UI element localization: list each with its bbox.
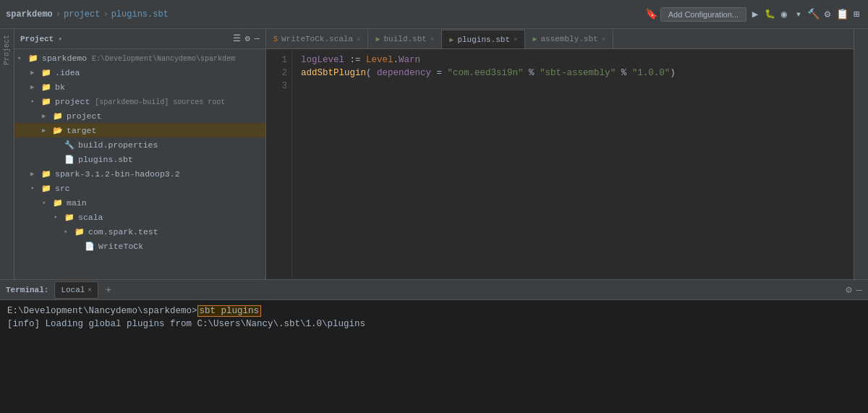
target-name: target (67, 126, 96, 135)
src-name: src (55, 184, 70, 193)
tree-package[interactable]: ▾ 📁 com.spark.test (14, 224, 265, 239)
idea-folder-icon: 📁 (41, 67, 52, 78)
code-line-2: addSbtPlugin( dependency = "com.eed3si9n… (301, 67, 854, 80)
wock-icon: 📄 (84, 240, 95, 252)
tree-scala[interactable]: ▾ 📁 scala (14, 210, 265, 224)
breadcrumb-project[interactable]: sparkdemo (6, 9, 53, 20)
terminal-gear-icon[interactable]: ⚙ (846, 284, 851, 296)
terminal-prompt: E:\Development\Nancydemo\sparkdemo> (7, 306, 197, 316)
psbt-icon: 📄 (64, 153, 75, 165)
breadcrumb-sep2: › (103, 9, 108, 20)
tree-src[interactable]: ▾ 📁 src (14, 181, 265, 195)
tree-target[interactable]: ▶ 📂 target (14, 123, 265, 137)
bk-name: bk (55, 82, 65, 92)
bp-icon: 🔧 (64, 139, 75, 150)
tab-writeock[interactable]: S WriteToCk.scala ✕ (266, 30, 368, 48)
add-configuration-button[interactable]: Add Configuration... (660, 7, 746, 22)
right-sidebar (854, 29, 868, 279)
tree-root[interactable]: ▾ 📁 sparkdemo E:\Development\Nancydemo\s… (14, 51, 265, 65)
pkg-arrow: ▾ (64, 228, 74, 236)
breadcrumb: sparkdemo › project › plugins.sbt (6, 9, 169, 20)
idea-arrow: ▶ (30, 69, 41, 77)
pluginssbt-tab-icon: ▶ (449, 35, 454, 44)
build-button[interactable]: 🔨 (807, 9, 819, 20)
project-panel-title: Project (20, 35, 54, 43)
assemblysbt-tab-label: assembly.sbt (540, 35, 597, 43)
terminal-output: [info] Loading global plugins from C:\Us… (7, 319, 365, 329)
terminal-local-tab[interactable]: Local ✕ (54, 281, 98, 299)
writeock-tab-close[interactable]: ✕ (357, 35, 360, 43)
terminal-tab-name: Local (61, 286, 85, 294)
top-bar: sparkdemo › project › plugins.sbt 🔖 Add … (0, 0, 868, 29)
bk-arrow: ▶ (30, 83, 41, 91)
pkg-name: com.spark.test (88, 227, 158, 237)
terminal-area: Terminal: Local ✕ + ⚙ — E:\Development\N… (0, 279, 868, 413)
line-num-1: 1 (266, 54, 287, 67)
tab-assemblysbt[interactable]: ▶ assembly.sbt ✕ (525, 30, 613, 48)
pluginssbt-tab-label: plugins.sbt (457, 35, 510, 44)
layout-button[interactable]: ⊞ (851, 9, 862, 20)
debug-button[interactable]: 🐛 (764, 9, 775, 20)
add-terminal-button[interactable]: + (101, 283, 116, 297)
line-num-3: 3 (266, 80, 287, 93)
project-panel: Project ▾ ☰ ⚙ — ▾ 📁 sparkdemo E:\Develop… (14, 29, 266, 279)
tree-bk[interactable]: ▶ 📁 bk (14, 80, 265, 94)
caret-icon: ▾ (58, 35, 62, 43)
spark-name: spark-3.1.2-bin-hadoop3.2 (55, 169, 180, 179)
line-numbers: 1 2 3 (266, 49, 292, 279)
wock-name: WriteToCk (98, 242, 143, 251)
code-editor[interactable]: 1 2 3 logLevel := Level.Warn addSbtPlugi… (266, 49, 854, 279)
main-arrow: ▾ (42, 199, 52, 207)
scope-icon[interactable]: ☰ (233, 33, 241, 44)
project-sub-arrow: ▶ (42, 112, 52, 120)
vcs-button[interactable]: 📋 (836, 9, 848, 20)
tree-project-sub[interactable]: ▶ 📁 project (14, 108, 265, 123)
tree-spark[interactable]: ▶ 📁 spark-3.1.2-bin-hadoop3.2 (14, 166, 265, 181)
buildsbt-tab-close[interactable]: ✕ (430, 35, 434, 43)
scala-arrow: ▾ (54, 213, 64, 221)
src-folder-icon: 📁 (41, 182, 52, 194)
editor-tabs: S WriteToCk.scala ✕ ▶ build.sbt ✕ ▶ plug… (266, 29, 854, 49)
run-with-coverage-button[interactable]: ◉ (778, 9, 790, 20)
breadcrumb-file[interactable]: plugins.sbt (111, 9, 169, 20)
editor-area: S WriteToCk.scala ✕ ▶ build.sbt ✕ ▶ plug… (266, 29, 854, 279)
line-num-2: 2 (266, 67, 287, 80)
idea-name: .idea (55, 68, 80, 77)
code-line-1: logLevel := Level.Warn (301, 54, 854, 67)
tab-pluginssbt[interactable]: ▶ plugins.sbt ✕ (442, 30, 525, 48)
settings-button[interactable]: ⚙ (822, 9, 833, 20)
build-folder-icon: 📁 (41, 95, 52, 107)
terminal-content[interactable]: E:\Development\Nancydemo\sparkdemo>sbt p… (0, 300, 868, 413)
tree-main[interactable]: ▾ 📁 main (14, 195, 265, 210)
tree-idea[interactable]: ▶ 📁 .idea (14, 65, 265, 80)
tree-project-build[interactable]: ▾ 📁 project [sparkdemo-build] sources ro… (14, 94, 265, 108)
pluginssbt-tab-close[interactable]: ✕ (514, 35, 517, 43)
tab-buildsbt[interactable]: ▶ build.sbt ✕ (368, 30, 442, 48)
code-content[interactable]: logLevel := Level.Warn addSbtPlugin( dep… (292, 49, 854, 279)
root-arrow: ▾ (17, 54, 27, 62)
terminal-command: sbt plugins (197, 305, 262, 317)
tree-writeock[interactable]: ▶ 📄 WriteToCk (14, 239, 265, 253)
build-name: project [sparkdemo-build] sources root (55, 97, 225, 106)
assemblysbt-tab-close[interactable]: ✕ (602, 35, 605, 43)
tree-plugins-sbt[interactable]: ▶ 📄 plugins.sbt (14, 152, 265, 166)
gear-icon[interactable]: ⚙ (245, 33, 250, 44)
terminal-close-icon[interactable]: — (856, 284, 862, 296)
project-tab[interactable]: Project (1, 32, 12, 68)
bookmark-icon: 🔖 (645, 8, 658, 20)
terminal-tab-close[interactable]: ✕ (88, 286, 91, 294)
run-button[interactable]: ▶ (749, 9, 761, 20)
tree-build-properties[interactable]: ▶ 🔧 build.properties (14, 137, 265, 152)
more-run-options-button[interactable]: ▾ (793, 9, 804, 20)
buildsbt-tab-icon: ▶ (375, 35, 380, 43)
top-toolbar: 🔖 Add Configuration... ▶ 🐛 ◉ ▾ 🔨 ⚙ 📋 ⊞ (645, 7, 862, 22)
terminal-output-line: [info] Loading global plugins from C:\Us… (7, 318, 861, 331)
scala-folder-icon: 📁 (64, 211, 75, 223)
left-sidebar-tabs: Project (0, 29, 14, 279)
terminal-prompt-line: E:\Development\Nancydemo\sparkdemo>sbt p… (7, 305, 861, 318)
collapse-icon[interactable]: — (255, 34, 260, 44)
writeock-tab-icon: S (273, 35, 278, 43)
terminal-label: Terminal: (6, 286, 48, 294)
breadcrumb-module[interactable]: project (64, 9, 100, 20)
psbt-name: plugins.sbt (78, 155, 133, 164)
